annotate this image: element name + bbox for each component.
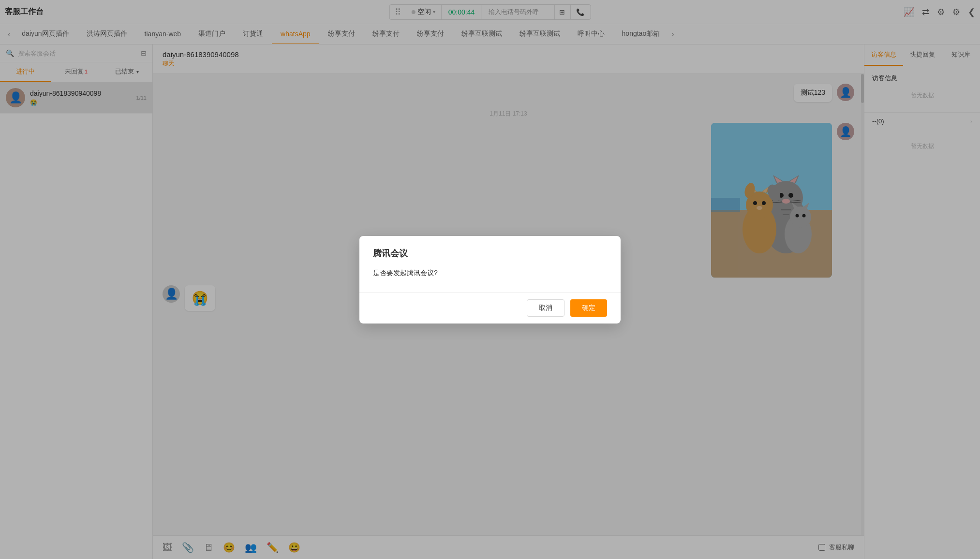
modal-title: 腾讯会议: [373, 248, 607, 259]
modal-text: 是否要发起腾讯会议?: [373, 269, 607, 278]
confirm-button[interactable]: 确定: [570, 299, 607, 317]
modal: 腾讯会议 是否要发起腾讯会议? 取消 确定: [359, 236, 621, 324]
modal-footer: 取消 确定: [359, 292, 621, 324]
cancel-button[interactable]: 取消: [527, 299, 564, 317]
modal-header: 腾讯会议: [359, 236, 621, 259]
modal-overlay: 腾讯会议 是否要发起腾讯会议? 取消 确定: [0, 0, 980, 559]
modal-body: 是否要发起腾讯会议?: [359, 259, 621, 292]
